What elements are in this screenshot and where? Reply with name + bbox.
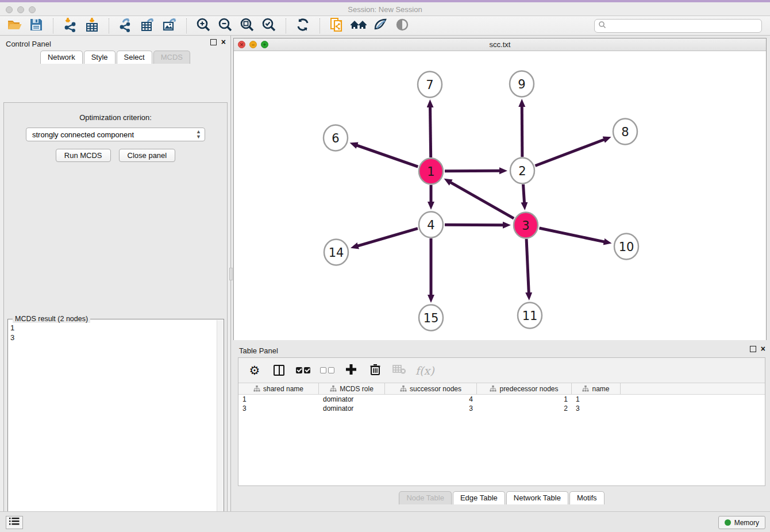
graph-node-2[interactable]: 2 [510,158,534,184]
graph-node-11[interactable]: 11 [518,303,542,329]
graph-edge-1-6[interactable] [356,145,418,167]
graph-node-7[interactable]: 7 [418,72,442,98]
table-row[interactable]: 1dominator411 [238,395,765,404]
column-header-MCDS-role[interactable]: MCDS role [319,383,385,394]
delete-column-button[interactable] [367,363,383,379]
table-cell[interactable]: 1 [477,395,572,404]
tab-style[interactable]: Style [84,51,116,64]
mcds-result-text[interactable]: 1 3 [10,323,215,532]
table-cell[interactable]: 4 [385,395,477,404]
table-cell[interactable]: 1 [572,395,621,404]
table-cell[interactable]: 3 [238,404,319,413]
apply-layout-button[interactable] [294,18,311,34]
zoom-selected-button[interactable] [260,18,278,34]
graph-edge-2-8[interactable] [535,139,605,165]
close-panel-button[interactable]: Close panel [119,149,176,162]
trash-icon [369,363,381,378]
graph-edge-3-1[interactable] [450,182,514,218]
graph-edge-1-7[interactable] [430,106,431,157]
tab-network-table[interactable]: Network Table [506,491,568,504]
clone-network-button[interactable] [328,18,345,34]
table-row[interactable]: 3dominator323 [238,404,765,413]
tab-mcds[interactable]: MCDS [153,51,190,64]
tab-edge-table[interactable]: Edge Table [453,491,505,504]
table-header-row: shared nameMCDS rolesuccessor nodesprede… [238,383,765,395]
show-hide-button[interactable] [394,18,411,34]
close-table-panel-icon[interactable]: × [761,346,765,352]
zoom-out-button[interactable] [217,18,234,34]
column-header-successor-nodes[interactable]: successor nodes [385,383,477,394]
create-column-button[interactable] [343,363,359,379]
float-table-panel-icon[interactable] [750,346,756,352]
splitter-grip[interactable] [229,268,233,280]
graph-edge-3-10[interactable] [539,228,605,242]
graph-node-4[interactable]: 4 [419,212,443,238]
graph-node-6[interactable]: 6 [324,125,348,151]
first-neighbors-button[interactable] [350,18,367,34]
tab-select[interactable]: Select [117,51,152,64]
zoom-in-button[interactable] [195,18,212,34]
task-history-button[interactable] [6,516,23,529]
deselect-all-rows-button[interactable] [319,363,335,379]
graph-edge-4-14[interactable] [357,229,417,246]
network-canvas[interactable]: 7968124314101511 [234,51,766,340]
svg-text:6: 6 [332,132,339,145]
table-cell[interactable]: 1 [238,395,319,404]
column-header-predecessor-nodes[interactable]: predecessor nodes [477,383,572,394]
graph-edge-4-3[interactable] [445,225,504,225]
tree-icon [400,385,407,392]
svg-text:2: 2 [518,164,526,178]
export-network-button[interactable] [117,18,134,34]
graph-edge-3-11[interactable] [526,239,529,294]
table-panel-mode-button[interactable] [271,363,287,379]
table-cell[interactable]: dominator [319,395,385,404]
open-session-button[interactable] [6,18,23,34]
zoom-fit-button[interactable] [238,18,256,34]
graph-node-14[interactable]: 14 [324,240,348,265]
graph-node-9[interactable]: 9 [510,71,534,97]
search-field[interactable] [594,19,762,33]
selected-option: strongly connected component [32,130,134,139]
node-table-container: ⚙ f(x) shared nameMCDS rolesuccessor nod… [238,357,765,486]
graph-node-8[interactable]: 8 [613,119,637,145]
graph-edge-2-9[interactable] [522,106,522,157]
graph-edge-2-3[interactable] [523,184,525,203]
tree-icon [490,385,496,392]
import-table-button[interactable] [83,18,101,34]
column-header-shared-name[interactable]: shared name [238,383,319,394]
tab-network[interactable]: Network [40,51,83,64]
network-window-titlebar[interactable]: ✕ − + scc.txt [234,38,766,51]
graph-node-1[interactable]: 1 [419,159,443,184]
float-panel-icon[interactable] [210,39,217,45]
fx-icon: f(x) [415,364,434,377]
run-mcds-button[interactable]: Run MCDS [56,149,111,162]
search-input[interactable] [606,22,758,30]
paint-style-icon [373,17,388,34]
graph-node-10[interactable]: 10 [614,234,638,260]
close-panel-icon[interactable]: × [221,39,226,45]
table-cell[interactable]: dominator [319,404,385,413]
result-scrollbar[interactable] [217,320,223,532]
export-image-button[interactable] [161,18,178,34]
import-network-button[interactable] [61,18,79,34]
optimization-criterion-select[interactable]: strongly connected component ▲▼ [26,128,205,141]
memory-button[interactable]: Memory [718,516,765,529]
visual-style-button[interactable] [372,18,389,34]
column-header-name[interactable]: name [572,383,621,394]
mcds-result-title: MCDS result (2 nodes) [13,315,90,323]
table-settings-button[interactable]: ⚙ [247,363,263,379]
select-all-rows-button[interactable] [295,363,311,379]
graph-node-3[interactable]: 3 [514,213,538,238]
save-icon [29,18,43,34]
table-cell[interactable]: 3 [572,404,621,413]
tab-node-table[interactable]: Node Table [399,491,452,504]
table-cell[interactable]: 3 [385,404,477,413]
control-panel-tabs: NetworkStyleSelectMCDS [0,51,230,64]
tab-motifs[interactable]: Motifs [569,491,605,504]
graph-edge-1-2[interactable] [445,171,500,171]
export-table-button[interactable] [139,18,156,34]
table-cell[interactable]: 2 [477,404,572,413]
graph-node-15[interactable]: 15 [419,305,443,331]
save-session-button[interactable] [28,18,45,34]
zoom-fit-icon [240,17,255,34]
